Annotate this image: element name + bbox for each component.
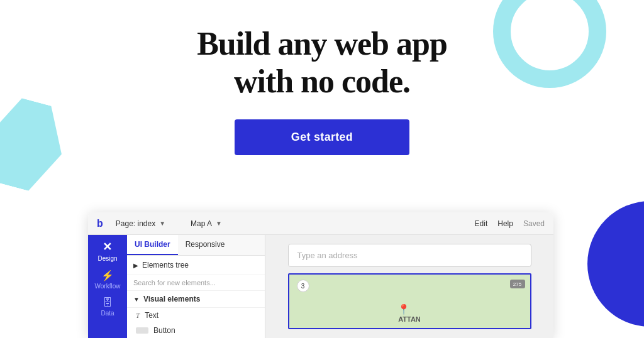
mockup-panel: UI Builder Responsive ▶ Elements tree Se… — [127, 235, 265, 338]
workflow-icon: ⚡ — [101, 270, 114, 281]
map-pin-icon: 📍 — [397, 303, 410, 315]
mockup-menu: Edit Help Saved — [475, 219, 545, 228]
button-element-icon — [136, 327, 148, 334]
mockup-logo-icon: b — [97, 218, 103, 229]
tree-expand-icon: ▶ — [133, 262, 138, 269]
sidebar-item-workflow[interactable]: ⚡ Workflow — [95, 270, 121, 290]
map-badge-number: 3 — [297, 280, 309, 292]
mockup-sidebar: ✕ Design ⚡ Workflow 🗄 Data — [88, 235, 127, 338]
menu-edit[interactable]: Edit — [475, 219, 488, 228]
mockup-body: ✕ Design ⚡ Workflow 🗄 Data UI Builder Re… — [88, 235, 553, 338]
get-started-button[interactable]: Get started — [235, 119, 409, 155]
map-badge-right: 275 — [510, 280, 525, 288]
elements-tree-row[interactable]: ▶ Elements tree — [127, 256, 265, 275]
saved-status: Saved — [523, 219, 545, 228]
element-button[interactable]: Button — [127, 323, 265, 338]
map-dropdown-arrow-icon: ▼ — [216, 220, 222, 227]
data-icon: 🗄 — [103, 297, 113, 308]
visual-elements-section[interactable]: ▼ Visual elements — [127, 291, 265, 308]
page-selector[interactable]: Page: index ▼ — [116, 219, 165, 228]
sidebar-item-data[interactable]: 🗄 Data — [101, 297, 114, 317]
element-text[interactable]: T Text — [127, 308, 265, 323]
map-label: ATTAN — [398, 315, 421, 323]
tab-ui-builder[interactable]: UI Builder — [127, 235, 178, 255]
design-icon: ✕ — [103, 240, 112, 254]
hero-title: Build any web app with no code. — [0, 25, 644, 101]
deco-semicircle-blue — [587, 201, 644, 327]
search-elements[interactable]: Search for new elements... — [127, 275, 265, 291]
panel-tabs: UI Builder Responsive — [127, 235, 265, 256]
page-dropdown-arrow-icon: ▼ — [159, 220, 165, 227]
section-collapse-icon: ▼ — [133, 296, 140, 303]
map-selector[interactable]: Map A ▼ — [191, 219, 222, 228]
sidebar-item-design[interactable]: ✕ Design — [97, 240, 117, 262]
menu-help[interactable]: Help — [497, 219, 513, 228]
mockup-canvas: Type an address 3 275 📍 ATTAN — [265, 235, 553, 338]
mockup-topbar: b Page: index ▼ Map A ▼ Edit Help Saved — [88, 212, 553, 235]
address-input[interactable]: Type an address — [288, 244, 531, 267]
hero-section: Build any web app with no code. Get star… — [0, 0, 644, 155]
text-element-icon: T — [136, 312, 140, 319]
app-mockup: b Page: index ▼ Map A ▼ Edit Help Saved … — [88, 212, 553, 338]
map-area: 3 275 📍 ATTAN — [288, 273, 531, 329]
tab-responsive[interactable]: Responsive — [178, 235, 233, 255]
